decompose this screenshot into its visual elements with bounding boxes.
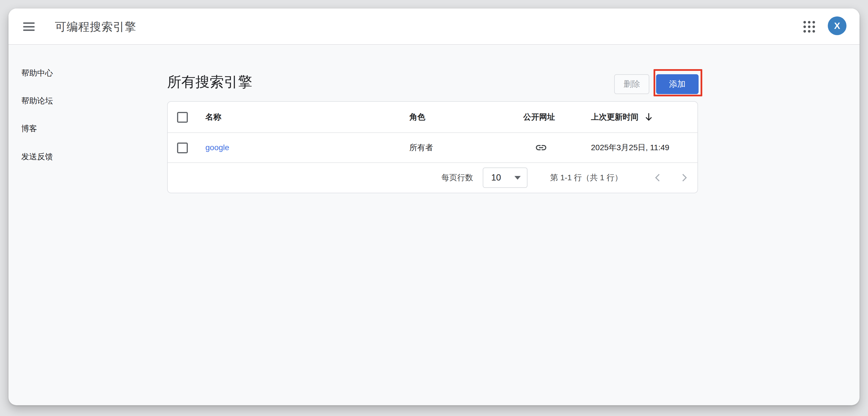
sidebar-item-send-feedback[interactable]: 发送反馈 [21,151,53,162]
app-bar: 可编程搜索引擎 X [8,8,860,45]
screen: 可编程搜索引擎 X 帮助中心 帮助论坛 博客 发送反馈 所有搜索引擎 删除 添加 [0,0,868,416]
apps-grid-icon[interactable] [803,21,815,32]
rows-per-page-select[interactable]: 10 [483,168,527,188]
column-header-last-updated[interactable]: 上次更新时间 [591,102,654,132]
sidebar-item-blog[interactable]: 博客 [21,123,37,134]
menu-icon[interactable] [23,22,35,31]
column-header-name: 名称 [206,102,221,132]
table-header-row: 名称 角色 公开网址 上次更新时间 [168,102,698,133]
public-url-link-icon[interactable] [535,141,547,154]
select-all-checkbox[interactable] [177,112,188,123]
app-window: 可编程搜索引擎 X 帮助中心 帮助论坛 博客 发送反馈 所有搜索引擎 删除 添加 [8,8,860,405]
sort-descending-icon [644,112,654,122]
column-header-public-url: 公开网址 [523,102,555,132]
table-row: google 所有者 2025年3月25日, 11:49 [168,133,698,163]
column-header-role: 角色 [409,102,425,132]
engine-role: 所有者 [409,133,433,162]
engine-name-link[interactable]: google [206,133,229,162]
next-page-button[interactable] [677,171,691,184]
search-engines-table: 名称 角色 公开网址 上次更新时间 google 所有者 [167,101,698,193]
sidebar-item-help-center[interactable]: 帮助中心 [21,67,53,79]
engine-last-updated: 2025年3月25日, 11:49 [591,133,670,162]
column-header-last-updated-label: 上次更新时间 [591,102,639,132]
avatar[interactable]: X [828,17,846,35]
sidebar-item-help-forum[interactable]: 帮助论坛 [21,95,53,107]
chevron-right-icon [677,171,691,184]
row-checkbox[interactable] [177,143,188,153]
delete-button[interactable]: 删除 [614,74,649,94]
pagination-range-text: 第 1-1 行（共 1 行） [550,163,622,192]
rows-per-page-label: 每页行数 [441,163,473,192]
dropdown-caret-icon [515,176,521,180]
add-button[interactable]: 添加 [656,74,699,94]
previous-page-button[interactable] [651,171,665,184]
page-title: 所有搜索引擎 [167,72,252,92]
rows-per-page-value: 10 [491,173,501,183]
app-title: 可编程搜索引擎 [55,8,136,45]
table-pagination: 每页行数 10 第 1-1 行（共 1 行） [168,163,698,192]
chevron-left-icon [651,171,665,184]
